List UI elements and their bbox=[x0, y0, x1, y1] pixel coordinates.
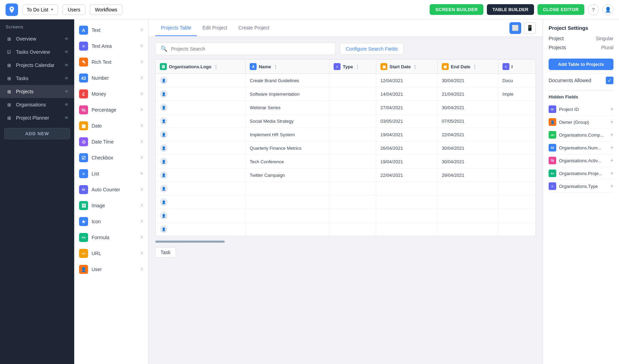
panel-divider bbox=[549, 90, 613, 91]
cell-end-date: 30/04/2021 bbox=[437, 141, 498, 155]
field-image[interactable]: 🖼 Image ⠿ bbox=[74, 198, 148, 214]
sidebar-item-tasks[interactable]: ⊞ Tasks 👁 bbox=[0, 72, 74, 85]
field-number[interactable]: 42 Number ⠿ bbox=[74, 70, 148, 86]
add-table-to-projects-button[interactable]: Add Table to Projects bbox=[549, 59, 613, 70]
sidebar-item-label: Projects bbox=[16, 89, 34, 94]
hidden-field-project-id: ID Project ID + bbox=[549, 103, 613, 116]
drag-handle-icon[interactable]: ⠿ bbox=[140, 219, 143, 224]
add-project-id-button[interactable]: + bbox=[610, 106, 613, 112]
scrollbar[interactable] bbox=[155, 240, 536, 243]
tasks-overview-icon: ☑ bbox=[6, 49, 12, 55]
cell-name bbox=[246, 182, 329, 196]
table-row: 👤 Tech Conference 19/04/2021 30/04/2021 bbox=[156, 155, 535, 168]
field-checkbox[interactable]: ☑ Checkbox ⠿ bbox=[74, 150, 148, 166]
hidden-field-owner: 👤 Owner (Group) + bbox=[549, 116, 613, 129]
field-url[interactable]: url URL ⠿ bbox=[74, 245, 148, 261]
drag-handle-icon[interactable]: ⠿ bbox=[140, 203, 143, 208]
field-money[interactable]: £ Money ⠿ bbox=[74, 86, 148, 102]
field-richtext[interactable]: ✎ Rich Text ⠿ bbox=[74, 54, 148, 70]
cell-end-date: 22/04/2021 bbox=[437, 128, 498, 141]
todo-list-dropdown[interactable]: To Do List ▼ bbox=[22, 5, 58, 15]
cell-start-date: 03/05/2021 bbox=[376, 114, 438, 128]
table-row: 👤 Create Brand Guidelines 12/04/2021 30/… bbox=[156, 74, 535, 87]
field-autocounter[interactable]: ID Auto Counter ⠿ bbox=[74, 182, 148, 198]
drag-handle-icon[interactable]: ⠿ bbox=[140, 156, 143, 160]
col-menu-icon[interactable]: ⋮ bbox=[273, 64, 278, 69]
drag-handle-icon[interactable]: ⠿ bbox=[140, 92, 143, 96]
drag-handle-icon[interactable]: ⠿ bbox=[140, 172, 143, 176]
row-avatar-icon: 👤 bbox=[160, 144, 167, 152]
col-name-icon: A bbox=[250, 63, 257, 70]
sidebar-item-projects[interactable]: ⊞ Projects 👁 bbox=[0, 85, 74, 98]
close-editor-button[interactable]: CLOSE EDITOR bbox=[538, 4, 584, 15]
drag-handle-icon[interactable]: ⠿ bbox=[140, 76, 143, 80]
col-start-date: ▦ Start Date ⋮ bbox=[376, 60, 438, 74]
screen-builder-button[interactable]: SCREEN BUILDER bbox=[430, 4, 483, 15]
drag-handle-icon[interactable]: ⠿ bbox=[140, 235, 143, 240]
add-owner-button[interactable]: + bbox=[610, 119, 613, 125]
col-menu-icon[interactable]: ⋮ bbox=[413, 64, 417, 69]
users-button[interactable]: Users bbox=[62, 5, 86, 15]
drag-handle-icon[interactable]: ⠿ bbox=[140, 267, 143, 272]
docs-allowed-row: Documents Allowed ✓ bbox=[549, 73, 613, 87]
task-tag[interactable]: Task bbox=[155, 247, 536, 258]
number-field-icon: 42 bbox=[79, 73, 88, 83]
field-list[interactable]: ≡ List ⠿ bbox=[74, 166, 148, 182]
field-text[interactable]: A Text ⠿ bbox=[74, 22, 148, 38]
drag-handle-icon[interactable]: ⠿ bbox=[140, 124, 143, 128]
tab-projects-table[interactable]: Projects Table bbox=[155, 20, 197, 36]
col-menu-icon[interactable]: ⋮ bbox=[355, 64, 360, 69]
drag-handle-icon[interactable]: ⠿ bbox=[140, 28, 143, 33]
sidebar-item-label: Overview bbox=[16, 36, 36, 42]
field-textarea[interactable]: ≡ Text Area ⠿ bbox=[74, 38, 148, 54]
eye-icon: 👁 bbox=[65, 50, 69, 54]
add-org-activ-button[interactable]: + bbox=[610, 157, 613, 164]
add-org-comp-button[interactable]: + bbox=[610, 132, 613, 138]
desktop-view-button[interactable]: ⬜ bbox=[509, 22, 521, 34]
drag-handle-icon[interactable]: ⠿ bbox=[140, 44, 143, 49]
drag-handle-icon[interactable]: ⠿ bbox=[140, 251, 143, 256]
table-builder-button[interactable]: TABLE BUILDER bbox=[487, 4, 534, 15]
sidebar-item-tasks-overview[interactable]: ☑ Tasks Overview 👁 bbox=[0, 45, 74, 59]
sidebar-item-project-planner[interactable]: ⊞ Project Planner 👁 bbox=[0, 111, 74, 124]
workflows-button[interactable]: Workflows bbox=[90, 5, 122, 15]
field-icon[interactable]: ★ Icon ⠿ bbox=[74, 214, 148, 229]
field-percentage[interactable]: % Percentage ⠿ bbox=[74, 102, 148, 118]
add-org-proj-button[interactable]: + bbox=[610, 170, 613, 176]
org-comp-icon: url bbox=[549, 131, 556, 139]
drag-handle-icon[interactable]: ⠿ bbox=[140, 140, 143, 144]
field-user[interactable]: 👤 User ⠿ bbox=[74, 261, 148, 277]
profile-button[interactable]: 👤 bbox=[602, 4, 613, 15]
sidebar-item-organisations[interactable]: ⊞ Organisations 👁 bbox=[0, 98, 74, 111]
cell-logo: 👤 bbox=[156, 87, 246, 101]
cell-end-date: 07/05/2021 bbox=[437, 114, 498, 128]
tab-create-project[interactable]: Create Project bbox=[233, 20, 275, 36]
cell-name: Implement HR System bbox=[246, 128, 329, 141]
mobile-view-button[interactable]: 📱 bbox=[524, 22, 536, 34]
richtext-field-icon: ✎ bbox=[79, 58, 88, 67]
icon-field-icon: ★ bbox=[79, 217, 88, 226]
field-datetime[interactable]: ⊙ Date Time ⠿ bbox=[74, 134, 148, 150]
row-avatar-icon: 👤 bbox=[160, 225, 167, 233]
text-field-icon: A bbox=[79, 26, 88, 35]
add-new-button[interactable]: ADD NEW bbox=[4, 128, 70, 139]
add-org-num-button[interactable]: + bbox=[610, 145, 613, 151]
add-org-type-button[interactable]: + bbox=[610, 183, 613, 189]
sidebar-item-overview[interactable]: ⊞ Overview 👁 bbox=[0, 32, 74, 45]
cell-name: Software Implementation bbox=[246, 87, 329, 101]
image-field-icon: 🖼 bbox=[79, 201, 88, 210]
drag-handle-icon[interactable]: ⠿ bbox=[140, 60, 143, 64]
sidebar-item-projects-calendar[interactable]: ⊞ Projects Calendar 👁 bbox=[0, 59, 74, 72]
drag-handle-icon[interactable]: ⠿ bbox=[140, 108, 143, 112]
help-button[interactable]: ? bbox=[588, 4, 599, 15]
drag-handle-icon[interactable]: ⠿ bbox=[140, 188, 143, 192]
configure-search-fields-button[interactable]: Configure Search Fields bbox=[340, 43, 404, 55]
tab-edit-project[interactable]: Edit Project bbox=[197, 20, 233, 36]
field-formula[interactable]: Ax Formula ⠿ bbox=[74, 229, 148, 245]
search-input[interactable] bbox=[171, 46, 330, 52]
cell-logo: 👤 bbox=[156, 182, 246, 196]
col-menu-icon[interactable]: ⋮ bbox=[472, 64, 477, 69]
field-date[interactable]: ▦ Date ⠿ bbox=[74, 118, 148, 134]
col-menu-icon[interactable]: ⋮ bbox=[214, 64, 218, 69]
docs-allowed-toggle[interactable]: ✓ bbox=[606, 77, 613, 84]
